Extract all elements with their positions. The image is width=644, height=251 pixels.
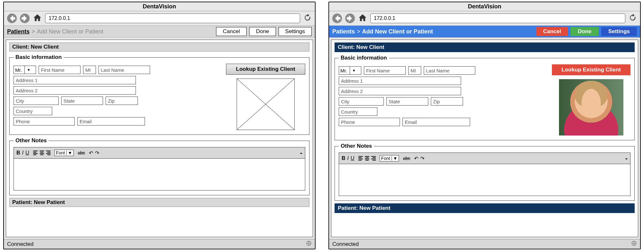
first-name-input[interactable] [39,66,80,74]
window-title: DentaVision [4,2,315,11]
phone-input[interactable] [339,118,400,126]
undo-button[interactable]: ↶ [414,155,418,162]
align-center-button[interactable] [40,151,44,155]
email-input[interactable] [77,117,145,126]
address2-input[interactable] [339,87,461,95]
redo-button[interactable]: ↷ [420,155,424,162]
city-input[interactable] [339,97,384,106]
photo-placeholder[interactable] [237,79,295,130]
home-icon [33,13,42,22]
collapse-button[interactable]: - [625,154,628,163]
url-input[interactable] [370,14,625,23]
last-name-input[interactable] [99,66,150,74]
content-area: Client: New Client Basic information Mr.… [331,40,638,237]
state-input[interactable] [61,97,103,105]
italic-button[interactable]: I [22,150,24,156]
cancel-button[interactable]: Cancel [216,27,247,36]
bold-button[interactable]: B [16,150,20,156]
breadcrumb-bar: Patients > Add New Client or Patient Can… [4,25,315,38]
breadcrumb-root[interactable]: Patients [7,28,30,35]
country-input[interactable] [339,107,377,116]
basic-info-fieldset: Basic information Mr. ▼ [335,55,635,140]
breadcrumb-root[interactable]: Patients [332,28,355,35]
client-photo[interactable] [559,79,623,135]
home-button[interactable] [33,13,42,23]
title-value: Mr. [15,67,22,73]
breadcrumb-current: Add New Client or Patient [37,28,103,35]
strike-button[interactable]: abc [78,150,85,155]
redo-button[interactable]: ↷ [95,150,99,156]
globe-icon [306,240,312,248]
arrow-right-icon [345,14,355,23]
font-select[interactable]: Font ▼ [54,150,74,156]
lookup-button[interactable]: Lookup Existing Client [226,64,305,75]
home-icon [358,13,367,22]
patient-section-header: Patient: New Patient [9,198,309,207]
last-name-input[interactable] [424,66,475,75]
font-select[interactable]: Font ▼ [380,155,399,162]
undo-button[interactable]: ↶ [89,150,93,156]
client-section-header: Client: New Client [9,42,309,51]
title-select[interactable]: Mr. ▼ [14,66,36,74]
email-input[interactable] [402,118,470,126]
breadcrumb-sep: > [32,28,35,35]
notes-textarea[interactable] [14,158,305,191]
chevron-down-icon: ▼ [68,150,72,155]
refresh-button[interactable] [303,14,312,23]
back-button[interactable] [7,14,17,23]
mi-input[interactable] [83,66,96,74]
settings-button[interactable]: Settings [279,27,312,36]
browser-toolbar [4,11,315,25]
placeholder-x-icon [237,79,294,130]
address1-input[interactable] [339,77,461,85]
align-right-button[interactable] [46,151,51,155]
refresh-button[interactable] [629,14,637,23]
collapse-button[interactable]: - [300,149,302,157]
underline-button[interactable]: U [25,150,29,156]
chevron-down-icon: ▼ [393,156,398,161]
notes-textarea[interactable] [339,164,630,196]
underline-button[interactable]: U [351,155,355,161]
address2-input[interactable] [14,86,136,95]
back-button[interactable] [332,14,342,23]
settings-button[interactable]: Settings [601,27,637,36]
strike-button[interactable]: abc [403,156,410,161]
url-input[interactable] [45,14,300,23]
address1-input[interactable] [14,76,136,84]
align-center-button[interactable] [365,156,369,161]
state-input[interactable] [386,97,428,106]
align-right-button[interactable] [371,156,376,161]
city-input[interactable] [14,97,59,105]
italic-button[interactable]: I [347,155,349,161]
forward-button[interactable] [345,14,355,23]
home-button[interactable] [358,13,367,23]
mi-input[interactable] [408,66,421,75]
done-button[interactable]: Done [249,27,276,36]
rte-toolbar: B I U Font ▼ abc ↶ ↷ [339,153,630,164]
breadcrumb-bar: Patients > Add New Client or Patient Can… [329,25,640,38]
status-text: Connected [332,241,359,247]
forward-button[interactable] [20,14,30,23]
bold-button[interactable]: B [342,155,346,161]
chevron-down-icon: ▼ [351,69,357,72]
lookup-button[interactable]: Lookup Existing Client [552,64,630,75]
arrow-right-icon [20,14,30,23]
title-select[interactable]: Mr. ▼ [339,66,361,75]
arrow-left-icon [7,14,17,23]
breadcrumb-sep: > [357,28,360,35]
phone-input[interactable] [14,117,75,126]
cancel-button[interactable]: Cancel [536,27,568,36]
country-input[interactable] [14,107,52,115]
breadcrumb-current: Add New Client or Patient [362,28,433,35]
align-left-button[interactable] [358,156,363,161]
align-left-button[interactable] [33,151,38,155]
zip-input[interactable] [106,97,138,105]
content-area: Client: New Client Basic information Mr.… [6,40,313,237]
basic-info-fieldset: Basic information Mr. ▼ [9,54,309,135]
basic-info-legend: Basic information [14,54,64,60]
done-button[interactable]: Done [571,27,599,36]
first-name-input[interactable] [364,66,406,75]
client-section-header: Client: New Client [335,42,635,52]
zip-input[interactable] [431,97,463,106]
status-bar: Connected [4,239,315,249]
